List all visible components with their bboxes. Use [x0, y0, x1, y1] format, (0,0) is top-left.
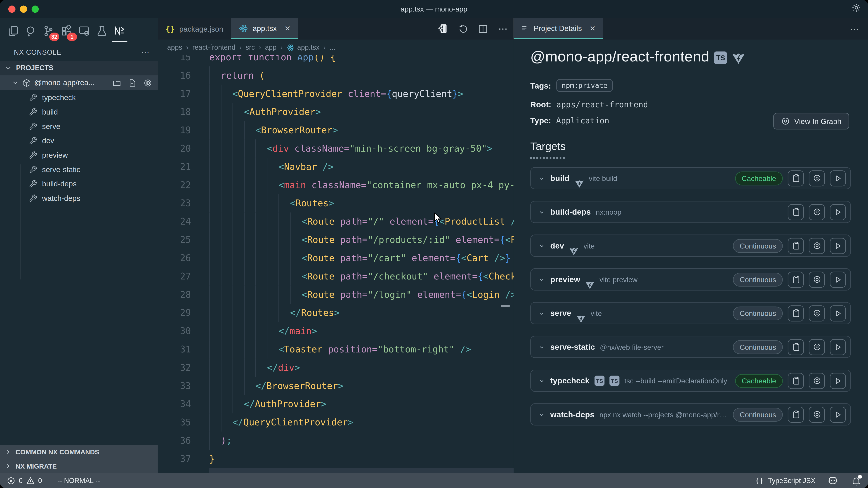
folder-icon[interactable] [112, 78, 121, 87]
refresh-icon[interactable] [458, 24, 468, 34]
target-card-dev[interactable]: dev vite Continuous [530, 234, 851, 257]
tree-item-build-deps[interactable]: build-deps [0, 176, 158, 191]
tree-item-dev[interactable]: dev [0, 133, 158, 148]
chevron-down-icon[interactable] [538, 344, 545, 351]
extensions-icon[interactable]: 1 [60, 25, 72, 37]
errors-icon[interactable] [6, 476, 16, 485]
chevron-down-icon[interactable] [538, 310, 545, 317]
project-tree-root[interactable]: @mono-app/rea... [0, 75, 158, 90]
nx-migrate-section[interactable]: NX MIGRATE [0, 459, 158, 473]
source-control-icon[interactable]: 32 [43, 25, 55, 37]
target-icon[interactable] [143, 78, 152, 87]
code-line-16[interactable]: 16return ( [158, 66, 514, 85]
run-task-button[interactable] [830, 305, 846, 321]
view-in-graph-button[interactable] [809, 238, 825, 254]
copy-task-button[interactable] [788, 271, 804, 287]
panel-more-actions-icon[interactable]: ⋯ [850, 18, 859, 39]
code-line-35[interactable]: 35</QueryClientProvider> [158, 413, 514, 431]
target-card-typecheck[interactable]: typecheckTSTS tsc --build --emitDeclarat… [530, 369, 851, 392]
view-in-graph-button[interactable] [809, 170, 825, 186]
view-more-actions-icon[interactable]: ⋯ [141, 47, 150, 57]
copy-task-button[interactable] [788, 406, 804, 422]
code-line-19[interactable]: 19<BrowserRouter> [158, 121, 514, 139]
code-line-36[interactable]: 36); [158, 431, 514, 450]
target-card-build[interactable]: build vite build Cacheable [530, 167, 851, 189]
common-nx-commands-section[interactable]: COMMON NX COMMANDS [0, 445, 158, 459]
target-card-serve[interactable]: serve vite Continuous [530, 302, 851, 324]
view-in-graph-button[interactable] [809, 406, 825, 422]
tree-item-preview[interactable]: preview [0, 148, 158, 162]
open-project-details-icon[interactable] [437, 23, 448, 34]
chevron-down-icon[interactable] [538, 377, 545, 384]
run-task-button[interactable] [830, 372, 846, 389]
chevron-down-icon[interactable] [538, 175, 545, 182]
view-in-graph-button[interactable] [809, 204, 825, 220]
code-line-22[interactable]: 22<main className="container mx-auto px-… [158, 176, 514, 194]
code-line-38[interactable]: 38 [158, 468, 514, 473]
split-editor-icon[interactable] [477, 24, 488, 34]
code-line-30[interactable]: 30</main> [158, 322, 514, 340]
tree-item-typecheck[interactable]: typecheck [0, 90, 158, 105]
copilot-icon[interactable] [828, 475, 838, 486]
tab-project-details[interactable]: Project Details ✕ [514, 18, 603, 39]
code-line-15[interactable]: 15export function App() { [158, 55, 514, 66]
run-task-button[interactable] [830, 238, 846, 254]
code-line-31[interactable]: 31<Toaster position="bottom-right" /> [158, 340, 514, 359]
close-tab-icon[interactable]: ✕ [590, 24, 596, 33]
errors-count[interactable]: 0 [19, 477, 23, 484]
code-editor[interactable]: 15export function App() {16return (17<Qu… [158, 55, 514, 473]
copy-task-button[interactable] [788, 372, 804, 389]
code-line-28[interactable]: 28<Route path="/login" element={<Login /… [158, 286, 514, 304]
code-line-33[interactable]: 33</BrowserRouter> [158, 377, 514, 395]
notifications-bell-icon[interactable] [851, 476, 862, 486]
language-mode[interactable]: {} TypeScript JSX [755, 477, 815, 485]
code-line-27[interactable]: 27<Route path="/checkout" element={<Chec… [158, 267, 514, 286]
more-actions-icon[interactable] [498, 24, 508, 34]
search-icon[interactable] [25, 25, 37, 37]
projects-section-header[interactable]: PROJECTS [0, 61, 158, 75]
nx-console-icon[interactable] [114, 25, 126, 37]
warnings-count[interactable]: 0 [38, 477, 42, 484]
remote-explorer-icon[interactable] [78, 25, 90, 37]
code-line-23[interactable]: 23<Routes> [158, 194, 514, 213]
tree-item-build[interactable]: build [0, 105, 158, 119]
code-line-29[interactable]: 29</Routes> [158, 304, 514, 322]
chevron-down-icon[interactable] [538, 208, 545, 216]
code-line-34[interactable]: 34</AuthProvider> [158, 395, 514, 414]
breadcrumb[interactable]: apps›react-frontend›src›app›app.tsx›... [158, 39, 514, 55]
code-line-17[interactable]: 17<QueryClientProvider client={queryClie… [158, 85, 514, 103]
code-line-25[interactable]: 25<Route path="/products/:id" element={<… [158, 231, 514, 249]
code-line-21[interactable]: 21<Navbar /> [158, 158, 514, 176]
tab-app-tsx[interactable]: app.tsx ✕ [231, 18, 298, 39]
run-task-button[interactable] [830, 170, 846, 186]
target-card-serve-static[interactable]: serve-static @nx/web:file-server Continu… [530, 336, 851, 358]
breadcrumb-item[interactable]: apps [167, 43, 182, 51]
breadcrumb-item[interactable]: ... [330, 43, 336, 51]
code-line-32[interactable]: 32</div> [158, 359, 514, 377]
view-in-graph-button[interactable] [809, 339, 825, 355]
breadcrumb-item[interactable]: app [265, 43, 276, 51]
breadcrumb-item[interactable]: react-frontend [192, 43, 236, 51]
tree-item-watch-deps[interactable]: watch-deps [0, 191, 158, 205]
chevron-down-icon[interactable] [11, 79, 19, 86]
chevron-down-icon[interactable] [538, 242, 545, 249]
code-line-37[interactable]: 37} [158, 450, 514, 468]
copy-task-button[interactable] [788, 204, 804, 220]
code-line-26[interactable]: 26<Route path="/cart" element={<Cart />}… [158, 249, 514, 267]
run-task-button[interactable] [830, 271, 846, 287]
close-tab-icon[interactable]: ✕ [285, 24, 291, 33]
run-task-button[interactable] [830, 339, 846, 355]
code-line-24[interactable]: 24<Route path="/" element={<ProductList … [158, 213, 514, 231]
view-in-graph-button[interactable]: View In Graph [773, 113, 849, 129]
code-line-18[interactable]: 18<AuthProvider> [158, 103, 514, 121]
run-task-button[interactable] [830, 406, 846, 422]
view-in-graph-button[interactable] [809, 305, 825, 321]
copy-task-button[interactable] [788, 170, 804, 186]
chevron-down-icon[interactable] [538, 276, 545, 283]
copy-task-button[interactable] [788, 305, 804, 321]
view-in-graph-button[interactable] [809, 271, 825, 287]
view-in-graph-button[interactable] [809, 372, 825, 389]
explorer-icon[interactable] [7, 25, 20, 37]
target-card-preview[interactable]: preview vite preview Continuous [530, 268, 851, 291]
chevron-down-icon[interactable] [538, 411, 545, 418]
